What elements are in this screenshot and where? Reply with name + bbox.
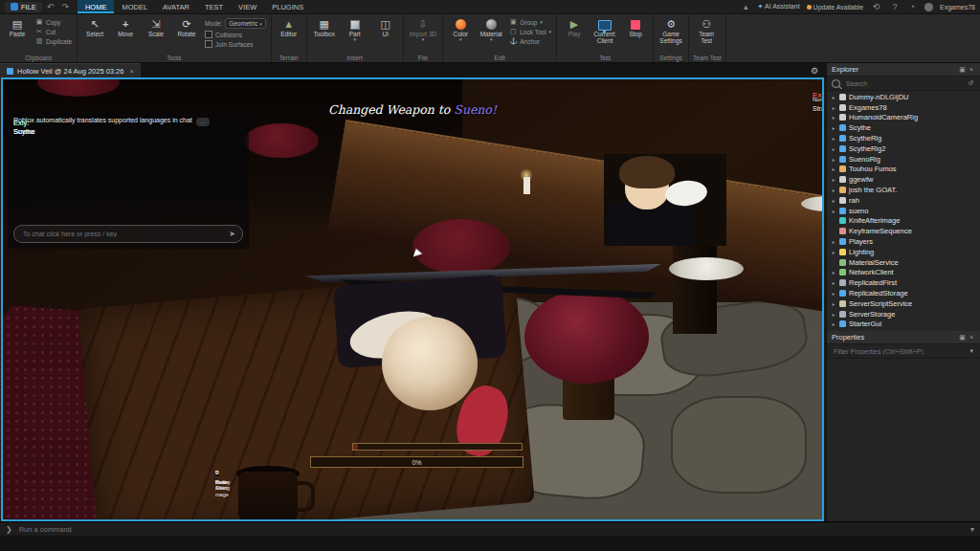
expand-arrow-icon[interactable]: ▸ <box>831 104 836 111</box>
update-available-button[interactable]: Update Available <box>807 4 863 11</box>
expand-arrow-icon[interactable]: ▸ <box>831 320 836 327</box>
explorer-item-sueno[interactable]: ▸sueno <box>827 206 980 216</box>
explorer-item-scythe[interactable]: ▸Scythe <box>827 122 980 133</box>
ui-button[interactable]: ◫ UI <box>372 16 399 38</box>
expand-arrow-icon[interactable]: ▸ <box>831 124 836 131</box>
anchor-button[interactable]: ⚓Anchor <box>508 37 552 45</box>
collisions-checkbox[interactable]: Collisions <box>204 31 267 38</box>
expand-arrow-icon[interactable]: ▸ <box>831 187 836 193</box>
expand-arrow-icon[interactable]: ▸ <box>831 290 836 297</box>
rotate-button[interactable]: ⟳ Rotate <box>173 16 200 38</box>
expand-arrow-icon[interactable]: ▸ <box>831 94 836 100</box>
chat-input-row[interactable]: ➤ <box>13 225 243 243</box>
explorer-search-input[interactable] <box>844 79 962 88</box>
paste-button[interactable]: ▤ Paste <box>4 16 31 38</box>
move-button[interactable]: + Move <box>112 16 139 38</box>
team-test-button[interactable]: ⚇ Team Test <box>693 16 720 46</box>
chat-send-icon[interactable]: ➤ <box>229 230 235 238</box>
float-panel-icon[interactable]: ▣ <box>957 66 968 74</box>
explorer-item-serverstorage[interactable]: ▸ServerStorage <box>827 309 980 320</box>
explorer-item-materialservice[interactable]: MaterialService <box>827 257 980 268</box>
command-input[interactable] <box>17 524 966 535</box>
explorer-item-lighting[interactable]: ▸Lighting <box>827 247 980 257</box>
hotbar-slot-0[interactable]: 0 <box>213 477 215 479</box>
select-button[interactable]: ↖ Select <box>81 16 108 38</box>
expand-arrow-icon[interactable]: ▸ <box>831 156 836 163</box>
stop-button[interactable]: Stop <box>622 16 649 38</box>
search-history-icon[interactable]: ↺ <box>966 79 975 87</box>
collapse-ribbon-icon[interactable]: ▴ <box>741 2 751 11</box>
expand-arrow-icon[interactable]: ▸ <box>831 135 836 142</box>
mode-dropdown[interactable]: Mode: Geometric▾ <box>204 18 267 29</box>
game-viewport[interactable]: Changed Weapon to Sueno! Roblox automati… <box>1 77 824 521</box>
explorer-item-dummy-ndlgijdu[interactable]: ▸Dummy-nDLGIjDU <box>827 92 980 102</box>
float-panel-icon[interactable]: ▣ <box>957 334 968 342</box>
menu-tab-avatar[interactable]: AVATAR <box>155 0 197 13</box>
terrain-editor-button[interactable]: ▲ Editor <box>276 16 302 38</box>
explorer-item-replicatedfirst[interactable]: ▸ReplicatedFirst <box>827 277 980 288</box>
chevron-down-icon[interactable]: ▾ <box>970 525 974 534</box>
current-client-button[interactable]: Current: Client <box>591 16 618 46</box>
explorer-item-touhou-fumos[interactable]: ▸Touhou Fumos <box>827 165 980 175</box>
explorer-item-rah[interactable]: ▸rah <box>827 195 980 206</box>
ai-assistant-button[interactable]: ✦ AI Assistant <box>758 3 800 11</box>
chat-translate-icon[interactable]: … <box>196 118 210 126</box>
expand-arrow-icon[interactable]: ▸ <box>831 114 836 121</box>
redo-icon[interactable]: ↷ <box>58 2 72 11</box>
cut-button[interactable]: ✂Cut <box>34 28 73 35</box>
viewport-settings-gear-icon[interactable]: ⚙ <box>804 63 825 77</box>
game-scene[interactable]: Changed Weapon to Sueno! Roblox automati… <box>3 79 822 519</box>
material-button[interactable]: Material ▾ <box>478 16 504 42</box>
place-tab[interactable]: Hollow Veil @ 24 Aug 2025 03:26 × <box>0 63 141 77</box>
notifications-icon[interactable]: ◔ <box>907 2 918 11</box>
chevron-down-icon[interactable]: ▾ <box>968 347 975 355</box>
explorer-item-humanoidcamerarig[interactable]: ▸HumanoidCameraRig <box>827 113 980 123</box>
explorer-item-players[interactable]: ▸Players <box>827 236 980 247</box>
explorer-item-networkclient[interactable]: ▸NetworkClient <box>827 268 980 278</box>
game-settings-button[interactable]: ⚙ Game Settings <box>657 16 684 46</box>
menu-tab-view[interactable]: VIEW <box>231 0 264 13</box>
chat-input[interactable] <box>21 230 225 238</box>
menu-tab-home[interactable]: HOME <box>78 0 115 13</box>
color-button[interactable]: Color ▾ <box>447 16 474 42</box>
explorer-item-keyframesequence[interactable]: KeyframeSequence <box>827 226 980 236</box>
copy-button[interactable]: ▣Copy <box>34 18 73 26</box>
close-icon[interactable]: × <box>129 67 133 76</box>
expand-arrow-icon[interactable]: ▸ <box>831 311 836 318</box>
import-3d-button[interactable]: ⇩ Import 3D ▾ <box>408 16 439 42</box>
lock-tool-button[interactable]: ▢Lock Tool▾ <box>508 28 552 35</box>
explorer-item-knifeafterimage[interactable]: KnifeAfterimage <box>827 216 980 227</box>
explorer-item-josh-the-goat-[interactable]: ▸josh the GOAT. <box>827 185 980 195</box>
close-icon[interactable]: × <box>968 334 975 341</box>
expand-arrow-icon[interactable]: ▸ <box>831 238 836 245</box>
expand-arrow-icon[interactable]: ▸ <box>831 269 836 276</box>
explorer-item-ggewfw[interactable]: ▸ggewfw <box>827 174 980 185</box>
expand-arrow-icon[interactable]: ▸ <box>831 279 836 286</box>
toolbox-button[interactable]: ▦ Toolbox <box>311 16 338 38</box>
close-icon[interactable]: × <box>968 66 975 73</box>
expand-arrow-icon[interactable]: ▸ <box>831 197 836 204</box>
explorer-item-serverscriptservice[interactable]: ▸ServerScriptService <box>827 298 980 309</box>
explorer-item-scytherig[interactable]: ▸ScytheRig <box>827 133 980 143</box>
duplicate-button[interactable]: ▥Duplicate <box>34 37 73 45</box>
join-surfaces-checkbox[interactable]: Join Surfaces <box>204 40 267 48</box>
expand-arrow-icon[interactable]: ▸ <box>831 208 836 214</box>
file-menu-button[interactable]: FILE <box>5 2 42 12</box>
account-avatar[interactable] <box>924 3 933 11</box>
explorer-item-exgames78[interactable]: ▸Exgames78 <box>827 102 980 113</box>
chat-window[interactable]: Roblox automatically translates supporte… <box>8 113 249 249</box>
scale-button[interactable]: ⇲ Scale <box>143 16 169 38</box>
help-icon[interactable]: ? <box>890 2 901 11</box>
menu-tab-plugins[interactable]: PLUGINS <box>264 0 311 13</box>
expand-arrow-icon[interactable]: ▸ <box>831 176 836 183</box>
expand-arrow-icon[interactable]: ▸ <box>831 249 836 255</box>
expand-arrow-icon[interactable]: ▸ <box>831 300 836 307</box>
play-button[interactable]: ▶ Play <box>561 16 588 38</box>
expand-arrow-icon[interactable]: ▸ <box>831 165 836 172</box>
explorer-item-scytherig2[interactable]: ▸ScytheRig2 <box>827 143 980 154</box>
explorer-item-replicatedstorage[interactable]: ▸ReplicatedStorage <box>827 288 980 298</box>
explorer-item-suenorig[interactable]: ▸SuenoRig <box>827 154 980 165</box>
expand-arrow-icon[interactable]: ▸ <box>831 145 836 152</box>
history-icon[interactable]: ⟲ <box>870 2 883 11</box>
undo-icon[interactable]: ↶ <box>44 2 57 11</box>
